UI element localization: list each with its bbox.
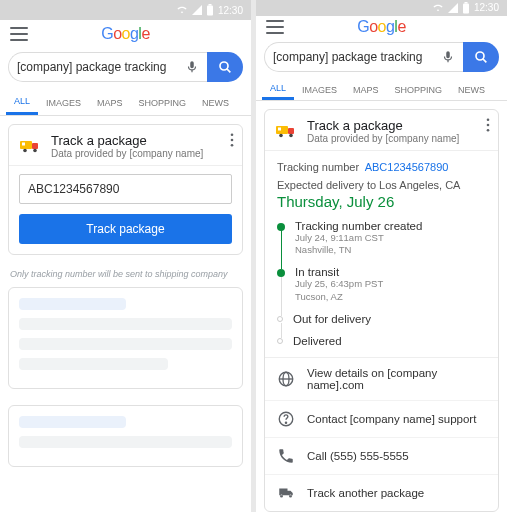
card-header: Track a package Data provided by [compan… bbox=[265, 110, 498, 150]
wifi-icon bbox=[176, 5, 188, 15]
timeline-step: Out for delivery bbox=[277, 313, 486, 335]
tab-shopping[interactable]: SHOPPING bbox=[131, 90, 195, 115]
step-title: In transit bbox=[295, 266, 383, 278]
search-button[interactable] bbox=[207, 52, 243, 82]
action-label: View details on [company name].com bbox=[307, 367, 486, 391]
google-logo: Google bbox=[357, 18, 406, 36]
placeholder-card bbox=[8, 405, 243, 467]
more-icon[interactable] bbox=[230, 133, 234, 147]
tab-images[interactable]: IMAGES bbox=[294, 80, 345, 100]
action-view-details[interactable]: View details on [company name].com bbox=[265, 358, 498, 401]
signal-icon bbox=[448, 3, 458, 13]
svg-rect-20 bbox=[278, 127, 281, 130]
search-tabs: ALL IMAGES MAPS SHOPPING NEWS bbox=[256, 80, 507, 101]
card-body: Tracking number ABC1234567890 Expected d… bbox=[265, 150, 498, 357]
phone-icon bbox=[277, 447, 295, 465]
action-label: Track another package bbox=[307, 487, 424, 499]
search-box[interactable] bbox=[8, 52, 207, 82]
card-actions: View details on [company name].com Conta… bbox=[265, 357, 498, 511]
search-box[interactable] bbox=[264, 42, 463, 72]
expected-delivery-text: Expected delivery to Los Angeles, CA bbox=[277, 179, 486, 191]
timeline-dot-pending-icon bbox=[277, 338, 283, 344]
svg-rect-5 bbox=[32, 143, 38, 149]
tab-images[interactable]: IMAGES bbox=[38, 90, 89, 115]
tracking-timeline: Tracking number created July 24, 9:11am … bbox=[277, 220, 486, 347]
disclaimer-text: Only tracking number will be sent to shi… bbox=[10, 269, 241, 279]
svg-rect-17 bbox=[288, 128, 294, 134]
action-call[interactable]: Call (555) 555-5555 bbox=[265, 438, 498, 475]
phone-screen-input: 12:30 Google ALL IMAGES MAPS SHOPPING NE… bbox=[0, 0, 251, 512]
svg-point-19 bbox=[289, 133, 293, 137]
tab-maps[interactable]: MAPS bbox=[89, 90, 131, 115]
menu-icon[interactable] bbox=[10, 27, 28, 41]
step-title: Delivered bbox=[293, 335, 342, 347]
tab-maps[interactable]: MAPS bbox=[345, 80, 387, 100]
card-body: Track package bbox=[9, 165, 242, 254]
svg-point-2 bbox=[220, 62, 228, 70]
track-result-card: Track a package Data provided by [compan… bbox=[264, 109, 499, 512]
mic-icon[interactable] bbox=[441, 50, 455, 64]
svg-rect-0 bbox=[207, 6, 213, 16]
tracking-number-label: Tracking number bbox=[277, 161, 359, 173]
battery-icon bbox=[462, 2, 470, 14]
signal-icon bbox=[192, 5, 202, 15]
tab-all[interactable]: ALL bbox=[6, 90, 38, 115]
card-title: Track a package bbox=[51, 133, 203, 148]
search-input[interactable] bbox=[273, 50, 441, 64]
status-bar: 12:30 bbox=[256, 0, 507, 16]
step-location: Tucson, AZ bbox=[295, 291, 383, 303]
track-package-button[interactable]: Track package bbox=[19, 214, 232, 244]
search-icon bbox=[473, 49, 489, 65]
timeline-dot-done-icon bbox=[277, 269, 285, 277]
svg-rect-13 bbox=[464, 2, 467, 4]
search-button[interactable] bbox=[463, 42, 499, 72]
battery-icon bbox=[206, 4, 214, 16]
card-subtitle: Data provided by [company name] bbox=[51, 148, 203, 159]
more-icon[interactable] bbox=[486, 118, 490, 132]
tab-news[interactable]: NEWS bbox=[194, 90, 237, 115]
step-timestamp: July 24, 9:11am CST bbox=[295, 232, 422, 244]
svg-point-6 bbox=[23, 149, 27, 153]
svg-point-10 bbox=[231, 139, 234, 142]
tracking-number-value[interactable]: ABC1234567890 bbox=[365, 161, 449, 173]
svg-point-21 bbox=[487, 118, 490, 121]
card-subtitle: Data provided by [company name] bbox=[307, 133, 459, 144]
action-contact-support[interactable]: Contact [company name] support bbox=[265, 401, 498, 438]
step-title: Tracking number created bbox=[295, 220, 422, 232]
svg-point-23 bbox=[487, 129, 490, 132]
action-track-another[interactable]: Track another package bbox=[265, 475, 498, 511]
wifi-icon bbox=[432, 3, 444, 13]
svg-point-28 bbox=[285, 422, 286, 423]
globe-icon bbox=[277, 370, 295, 388]
step-title: Out for delivery bbox=[293, 313, 371, 325]
timeline-dot-done-icon bbox=[277, 223, 285, 231]
tab-all[interactable]: ALL bbox=[262, 80, 294, 100]
card-header: Track a package Data provided by [compan… bbox=[9, 125, 242, 165]
svg-line-3 bbox=[227, 69, 230, 72]
svg-rect-4 bbox=[20, 141, 32, 149]
tab-shopping[interactable]: SHOPPING bbox=[387, 80, 451, 100]
search-row bbox=[264, 42, 499, 72]
svg-point-9 bbox=[231, 133, 234, 136]
svg-rect-16 bbox=[276, 126, 288, 134]
svg-point-11 bbox=[231, 144, 234, 147]
svg-rect-8 bbox=[22, 143, 25, 146]
mic-icon[interactable] bbox=[185, 60, 199, 74]
timeline-step: Delivered bbox=[277, 335, 486, 347]
svg-point-22 bbox=[487, 123, 490, 126]
svg-rect-12 bbox=[463, 3, 469, 13]
tracking-number-input[interactable] bbox=[19, 174, 232, 204]
app-bar: Google bbox=[0, 20, 251, 48]
search-icon bbox=[217, 59, 233, 75]
svg-rect-1 bbox=[208, 4, 211, 6]
tab-news[interactable]: NEWS bbox=[450, 80, 493, 100]
menu-icon[interactable] bbox=[266, 20, 284, 34]
card-title: Track a package bbox=[307, 118, 459, 133]
timeline-step: In transit July 25, 6:43pm PST Tucson, A… bbox=[277, 266, 486, 313]
truck-icon bbox=[19, 134, 43, 158]
timeline-step: Tracking number created July 24, 9:11am … bbox=[277, 220, 486, 267]
delivery-date: Thursday, July 26 bbox=[277, 193, 486, 210]
search-input[interactable] bbox=[17, 60, 185, 74]
truck-outline-icon bbox=[277, 484, 295, 502]
step-location: Nashville, TN bbox=[295, 244, 422, 256]
